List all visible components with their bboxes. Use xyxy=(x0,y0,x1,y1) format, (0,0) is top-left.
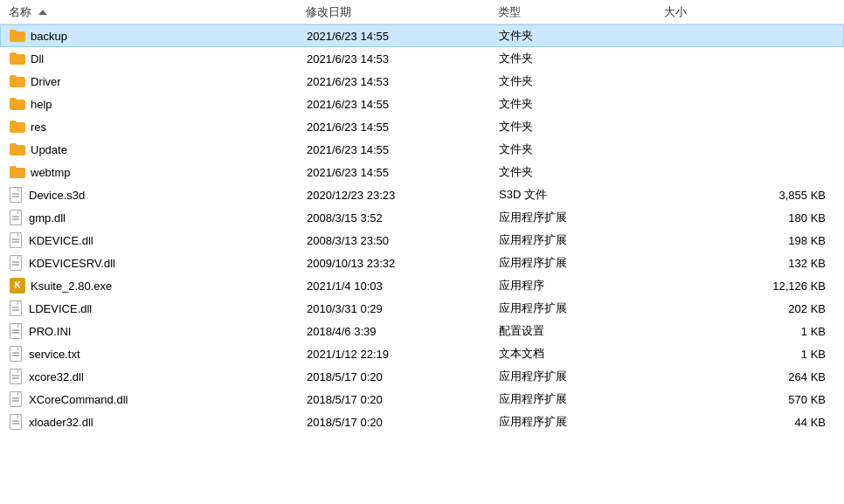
file-type-label: S3D 文件 xyxy=(499,187,665,203)
file-row[interactable]: res2021/6/23 14:55文件夹 xyxy=(0,115,844,138)
file-name-label: service.txt xyxy=(29,348,80,361)
col-name-label: 名称 xyxy=(9,4,31,20)
file-row[interactable]: xcore32.dll2018/5/17 0:20应用程序扩展264 KB xyxy=(0,365,844,388)
file-type-label: 应用程序扩展 xyxy=(499,369,665,384)
file-date-label: 2021/6/23 14:55 xyxy=(307,30,499,43)
file-explorer: 名称 修改日期 类型 大小 backup2021/6/23 14:55文件夹Dl… xyxy=(0,0,844,504)
file-row[interactable]: XCoreCommand.dll2018/5/17 0:20应用程序扩展570 … xyxy=(0,388,844,411)
file-name-label: KDEVICESRV.dll xyxy=(29,257,115,270)
file-type-label: 应用程序扩展 xyxy=(499,300,665,316)
column-header-row: 名称 修改日期 类型 大小 xyxy=(0,0,844,24)
file-date-label: 2018/5/17 0:20 xyxy=(307,370,499,383)
file-type-label: 文件夹 xyxy=(499,164,665,180)
file-type-label: 应用程序扩展 xyxy=(499,210,665,225)
dll-file-icon xyxy=(10,391,24,407)
file-row[interactable]: gmp.dll2008/3/15 3:52应用程序扩展180 KB xyxy=(0,206,844,229)
file-type-label: 应用程序扩展 xyxy=(499,255,665,271)
file-name-cell: service.txt xyxy=(10,346,307,362)
file-date-label: 2021/6/23 14:53 xyxy=(307,52,499,66)
folder-icon xyxy=(10,52,25,65)
col-header-type[interactable]: 类型 xyxy=(498,4,664,20)
file-row[interactable]: webtmp2021/6/23 14:55文件夹 xyxy=(0,161,844,183)
file-row[interactable]: Update2021/6/23 14:55文件夹 xyxy=(0,138,844,161)
file-row[interactable]: KDEVICE.dll2008/3/13 23:50应用程序扩展198 KB xyxy=(0,229,844,252)
file-row[interactable]: KKsuite_2.80.exe2021/1/4 10:03应用程序12,126… xyxy=(0,274,844,297)
file-name-cell: LDEVICE.dll xyxy=(10,300,307,316)
file-name-cell: Device.s3d xyxy=(10,187,307,203)
file-row[interactable]: xloader32.dll2018/5/17 0:20应用程序扩展44 KB xyxy=(0,411,844,433)
file-date-label: 2020/12/23 23:23 xyxy=(307,189,499,202)
folder-icon xyxy=(10,166,25,178)
file-name-cell: XCoreCommand.dll xyxy=(10,391,307,407)
file-type-label: 文本文档 xyxy=(499,346,665,362)
file-name-cell: PRO.INI xyxy=(10,323,307,339)
file-name-cell: backup xyxy=(10,30,307,43)
file-size-label: 12,126 KB xyxy=(665,280,843,293)
file-name-cell: KDEVICE.dll xyxy=(10,232,307,248)
file-row[interactable]: Dll2021/6/23 14:53文件夹 xyxy=(0,47,844,70)
file-row[interactable]: LDEVICE.dll2010/3/31 0:29应用程序扩展202 KB xyxy=(0,297,844,320)
file-type-label: 文件夹 xyxy=(499,142,665,157)
file-type-label: 应用程序扩展 xyxy=(499,414,665,430)
col-size-label: 大小 xyxy=(664,5,687,18)
folder-icon xyxy=(10,121,25,133)
folder-icon xyxy=(10,75,25,87)
file-type-label: 文件夹 xyxy=(499,96,665,112)
file-type-label: 应用程序扩展 xyxy=(499,391,665,407)
col-header-size[interactable]: 大小 xyxy=(664,4,844,20)
file-name-cell: xloader32.dll xyxy=(10,414,307,430)
dll-file-icon xyxy=(10,300,24,316)
txt-file-icon xyxy=(10,346,24,362)
file-name-label: xcore32.dll xyxy=(29,370,84,383)
ini-file-icon xyxy=(10,323,24,339)
file-date-label: 2018/5/17 0:20 xyxy=(307,416,499,429)
col-header-name[interactable]: 名称 xyxy=(9,4,306,20)
file-size-label: 264 KB xyxy=(665,370,843,383)
file-size-label: 1 KB xyxy=(665,348,843,361)
file-name-cell: Update xyxy=(10,143,307,156)
file-size-label: 570 KB xyxy=(665,393,843,406)
file-row[interactable]: help2021/6/23 14:55文件夹 xyxy=(0,93,844,115)
exe-icon: K xyxy=(10,278,25,293)
file-list: backup2021/6/23 14:55文件夹Dll2021/6/23 14:… xyxy=(0,24,844,504)
file-date-label: 2021/6/23 14:55 xyxy=(307,121,499,134)
file-type-label: 配置设置 xyxy=(499,323,665,339)
file-date-label: 2008/3/13 23:50 xyxy=(307,234,499,247)
file-name-label: xloader32.dll xyxy=(29,416,93,429)
folder-icon xyxy=(10,143,25,155)
file-date-label: 2021/1/4 10:03 xyxy=(307,280,499,293)
folder-icon xyxy=(10,30,25,42)
file-row[interactable]: Driver2021/6/23 14:53文件夹 xyxy=(0,70,844,93)
file-file-icon xyxy=(10,187,24,203)
file-row[interactable]: service.txt2021/1/12 22:19文本文档1 KB xyxy=(0,342,844,365)
file-type-label: 应用程序 xyxy=(499,278,665,293)
file-date-label: 2021/1/12 22:19 xyxy=(307,348,499,361)
file-date-label: 2021/6/23 14:53 xyxy=(307,75,499,88)
file-type-label: 应用程序扩展 xyxy=(499,232,665,248)
file-type-label: 文件夹 xyxy=(499,28,665,44)
file-date-label: 2018/5/17 0:20 xyxy=(307,393,499,406)
file-row[interactable]: Device.s3d2020/12/23 23:23S3D 文件3,855 KB xyxy=(0,183,844,206)
file-name-label: Dll xyxy=(31,52,44,66)
dll-file-icon xyxy=(10,210,24,225)
file-name-cell: KKsuite_2.80.exe xyxy=(10,278,307,293)
file-type-label: 文件夹 xyxy=(499,119,665,135)
file-name-cell: help xyxy=(10,98,307,111)
dll-file-icon xyxy=(10,255,24,271)
file-date-label: 2008/3/15 3:52 xyxy=(307,211,499,224)
file-name-label: XCoreCommand.dll xyxy=(29,393,128,406)
file-date-label: 2021/6/23 14:55 xyxy=(307,143,499,156)
file-row[interactable]: KDEVICESRV.dll2009/10/13 23:32应用程序扩展132 … xyxy=(0,252,844,274)
col-header-date[interactable]: 修改日期 xyxy=(306,4,498,20)
file-type-label: 文件夹 xyxy=(499,73,665,89)
file-row[interactable]: PRO.INI2018/4/6 3:39配置设置1 KB xyxy=(0,320,844,342)
file-name-label: Device.s3d xyxy=(29,189,85,202)
file-name-label: webtmp xyxy=(31,166,71,179)
file-name-cell: gmp.dll xyxy=(10,210,307,225)
file-name-label: Ksuite_2.80.exe xyxy=(31,280,112,293)
file-name-label: backup xyxy=(31,30,67,43)
file-row[interactable]: backup2021/6/23 14:55文件夹 xyxy=(0,24,844,47)
sort-ascending-icon xyxy=(38,10,47,15)
file-date-label: 2009/10/13 23:32 xyxy=(307,257,499,270)
file-size-label: 180 KB xyxy=(665,211,843,224)
